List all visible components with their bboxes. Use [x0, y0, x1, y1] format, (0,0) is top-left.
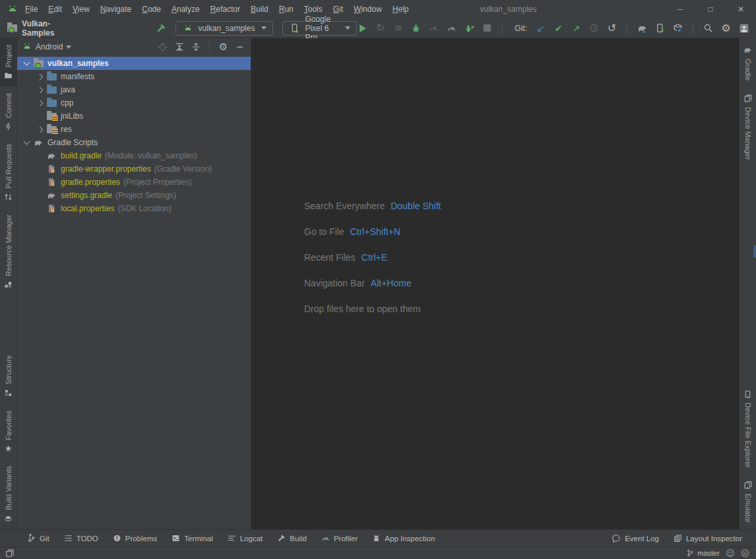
tab-terminal[interactable]: Terminal [164, 530, 220, 546]
profile-app-icon [428, 22, 439, 34]
tab-logcat[interactable]: Logcat [220, 530, 270, 546]
sad-face-icon[interactable]: ☹ [740, 548, 749, 558]
menu-file[interactable]: File [20, 3, 43, 16]
git-update-button[interactable]: ↙ [535, 22, 546, 34]
tab-commit[interactable]: Commit [0, 86, 16, 137]
tab-build-bottom[interactable]: Build [270, 530, 314, 546]
settings-gear-button[interactable]: ⚙ [720, 22, 732, 34]
menu-help[interactable]: Help [387, 3, 414, 16]
tab-project[interactable]: Project [0, 38, 16, 86]
branch-icon [686, 549, 694, 557]
main-area: Project Commit Pull Requests Resource Ma… [0, 38, 756, 529]
menu-navigate[interactable]: Navigate [95, 3, 137, 16]
device-dropdown[interactable]: Google Pixel 6 Pro [282, 21, 357, 36]
run-configuration-dropdown[interactable]: vulkan_samples [175, 21, 273, 36]
attach-debugger-button[interactable] [464, 22, 475, 34]
main-toolbar: Vulkan-Samples vulkan_samples Google Pix… [0, 18, 756, 38]
tab-problems[interactable]: Problems [106, 530, 165, 546]
menu-code[interactable]: Code [137, 3, 166, 16]
tab-event-log[interactable]: Event Log [605, 534, 666, 543]
tree-item-gradle-wrapper-properties[interactable]: gradle-wrapper.properties (Gradle Versio… [17, 162, 251, 176]
tab-build-variants[interactable]: Build Variants [0, 459, 16, 529]
title-bar: File Edit View Navigate Code Analyze Ref… [0, 0, 756, 18]
tree-item-gradle-properties[interactable]: gradle.properties (Project Properties) [17, 176, 251, 189]
editor-area[interactable]: Search Everywhere Double Shift Go to Fil… [251, 38, 739, 529]
make-project-button[interactable] [155, 22, 166, 34]
pull-requests-tab-icon [4, 193, 13, 201]
emulator-tab-icon [743, 480, 753, 490]
device-manager-button[interactable] [654, 22, 666, 34]
properties-file-icon [46, 177, 57, 187]
tree-item-vulkan-samples[interactable]: vulkan_samples [17, 57, 251, 70]
window-title: vulkan_samples [480, 5, 536, 14]
git-rollback-button[interactable]: ↺ [606, 22, 617, 34]
chevron-right-icon[interactable] [34, 84, 46, 96]
tree-item-jnilibs[interactable]: jniLibs [17, 110, 251, 123]
menu-analyze[interactable]: Analyze [166, 3, 205, 16]
tree-item-res[interactable]: res [17, 123, 251, 136]
properties-file-icon [46, 203, 57, 214]
menu-window[interactable]: Window [348, 3, 387, 16]
tree-item-local-properties[interactable]: local.properties (SDK Location) [17, 202, 251, 215]
happy-face-icon[interactable]: ☺ [726, 548, 735, 558]
collapse-all-icon[interactable] [190, 42, 201, 53]
tree-item-manifests[interactable]: manifests [17, 70, 251, 83]
folder-icon [46, 84, 57, 95]
chevron-right-icon[interactable] [34, 71, 46, 82]
close-button[interactable]: ✕ [726, 0, 756, 18]
chevron-down-icon[interactable] [21, 137, 32, 148]
expand-all-icon[interactable] [173, 42, 185, 53]
tab-layout-inspector[interactable]: Layout Inspector [666, 534, 749, 543]
search-everywhere-button[interactable] [703, 22, 714, 34]
tab-resource-manager[interactable]: Resource Manager [0, 208, 16, 296]
hide-panel-icon[interactable]: ─ [234, 42, 245, 53]
chevron-down-icon [345, 26, 350, 30]
minimize-button[interactable]: ─ [665, 0, 695, 18]
tab-favorites[interactable]: Favorites ★ [0, 404, 16, 459]
git-branch-widget[interactable]: master [686, 549, 720, 557]
tab-profiler-bottom[interactable]: Profiler [314, 530, 365, 546]
profiler-button[interactable] [446, 22, 457, 34]
tree-item-settings-gradle[interactable]: settings.gradle (Project Settings) [17, 189, 251, 202]
view-selector[interactable]: Android [36, 42, 63, 51]
maximize-button[interactable]: □ [695, 0, 726, 18]
tab-todo[interactable]: TODO [57, 530, 106, 546]
menu-refactor[interactable]: Refactor [205, 3, 245, 16]
menu-run[interactable]: Run [274, 3, 299, 16]
chevron-down-icon[interactable] [21, 58, 32, 69]
tree-item-build-gradle[interactable]: build.gradle (Module: vulkan_samples) [17, 149, 251, 162]
sdk-manager-button[interactable] [672, 22, 683, 34]
event-log-bubble-icon [612, 534, 621, 543]
panel-settings-gear-icon[interactable]: ⚙ [218, 42, 229, 53]
debug-button[interactable] [410, 22, 422, 34]
git-label: Git: [515, 24, 527, 33]
toolwindow-toggle-icon[interactable] [4, 548, 15, 559]
tab-emulator[interactable]: Emulator [740, 474, 756, 529]
tab-pull-requests[interactable]: Pull Requests [0, 137, 16, 208]
menu-edit[interactable]: Edit [43, 3, 67, 16]
project-panel: Android ⚙ ─ vulkan_samples [17, 38, 251, 529]
tree-item-gradle-scripts[interactable]: Gradle Scripts [17, 136, 251, 149]
gradle-tab-icon [743, 45, 753, 55]
empty-editor-shortcuts: Search Everywhere Double Shift Go to Fil… [304, 193, 441, 321]
android-studio-window: File Edit View Navigate Code Analyze Ref… [0, 0, 756, 559]
menu-view[interactable]: View [67, 3, 95, 16]
gradle-sync-button[interactable] [637, 22, 648, 34]
run-button[interactable] [357, 22, 368, 34]
device-file-explorer-tab-icon [743, 390, 752, 399]
user-avatar-button[interactable] [738, 22, 749, 34]
git-push-button[interactable]: ↗ [571, 22, 582, 34]
tab-device-manager[interactable]: Device Manager [740, 87, 756, 166]
tab-gradle[interactable]: Gradle [740, 38, 756, 87]
scrollbar-mark[interactable] [753, 246, 756, 257]
chevron-right-icon[interactable] [34, 98, 46, 109]
tab-structure[interactable]: Structure [0, 348, 16, 404]
tab-app-inspection[interactable]: App Inspection [365, 530, 442, 546]
git-commit-button[interactable]: ✔ [553, 22, 564, 34]
tab-git-bottom[interactable]: Git [20, 530, 57, 546]
chevron-right-icon[interactable] [34, 124, 46, 135]
tree-item-cpp[interactable]: cpp [17, 96, 251, 110]
tree-item-java[interactable]: java [17, 83, 251, 96]
tab-device-file-explorer[interactable]: Device File Explorer [740, 383, 756, 474]
menu-build[interactable]: Build [245, 3, 274, 16]
